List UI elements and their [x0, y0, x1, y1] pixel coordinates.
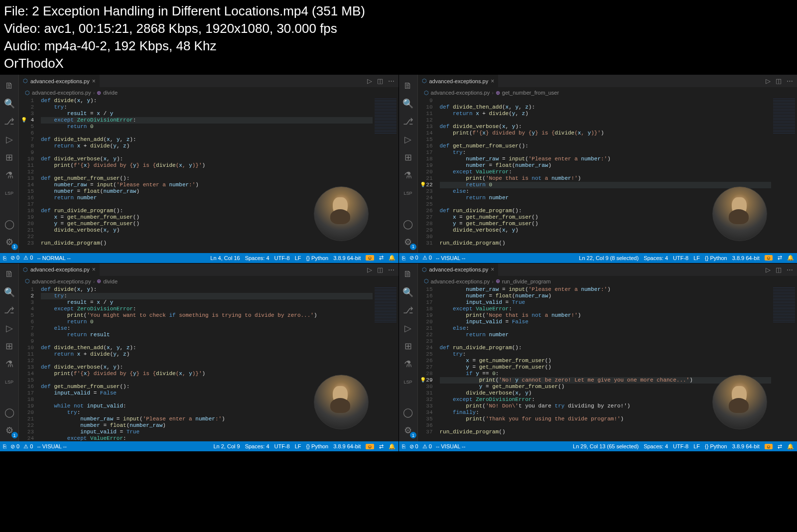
feedback-icon[interactable]: ⇄ [778, 443, 782, 450]
file-tab[interactable]: ⬡ advanced-exceptions.py × [418, 75, 499, 88]
warnings-count[interactable]: ⚠ 0 [23, 255, 33, 261]
cursor-position[interactable]: Ln 4, Col 16 [210, 255, 240, 261]
source-control-icon[interactable]: ⎇ [0, 113, 19, 131]
indentation[interactable]: Spaces: 4 [644, 255, 668, 261]
more-actions-icon[interactable]: ⋯ [388, 77, 395, 85]
python-version[interactable]: 3.8.9 64-bit [333, 443, 361, 449]
split-editor-icon[interactable]: ◫ [776, 77, 782, 85]
notification-bell-icon[interactable]: 🔔 [389, 255, 396, 261]
encoding[interactable]: UTF-8 [673, 443, 688, 449]
warnings-count[interactable]: ⚠ 0 [23, 443, 33, 450]
status-warning-icon[interactable]: ☺ [765, 255, 773, 261]
more-actions-icon[interactable]: ⋯ [388, 266, 395, 273]
lsp-icon[interactable]: LSP [0, 184, 19, 202]
status-warning-icon[interactable]: ☺ [765, 444, 773, 449]
source-control-icon[interactable]: ⎇ [399, 113, 418, 131]
cursor-position[interactable]: Ln 2, Col 9 [213, 443, 240, 449]
run-debug-icon[interactable]: ▷ [0, 131, 19, 148]
warnings-count[interactable]: ⚠ 0 [422, 443, 432, 450]
errors-count[interactable]: ⊘ 0 [409, 443, 418, 450]
run-file-icon[interactable]: ▷ [766, 77, 771, 85]
cursor-position[interactable]: Ln 22, Col 9 (8 selected) [579, 255, 639, 261]
eol[interactable]: LF [693, 255, 700, 261]
split-editor-icon[interactable]: ◫ [377, 266, 383, 273]
minimap[interactable] [771, 286, 797, 442]
source-control-icon[interactable]: ⎇ [0, 301, 19, 319]
python-version[interactable]: 3.8.9 64-bit [732, 255, 760, 261]
minimap[interactable] [373, 98, 398, 253]
python-version[interactable]: 3.8.9 64-bit [732, 443, 760, 449]
run-file-icon[interactable]: ▷ [766, 266, 771, 273]
settings-icon[interactable]: ⚙ [399, 233, 418, 251]
run-file-icon[interactable]: ▷ [367, 77, 372, 85]
extensions-icon[interactable]: ⊞ [0, 148, 19, 166]
settings-icon[interactable]: ⚙ [399, 421, 418, 439]
accounts-icon[interactable]: ◯ [0, 403, 19, 421]
encoding[interactable]: UTF-8 [274, 255, 290, 261]
errors-count[interactable]: ⊘ 0 [10, 443, 19, 450]
feedback-icon[interactable]: ⇄ [379, 255, 384, 261]
notification-bell-icon[interactable]: 🔔 [389, 443, 396, 450]
run-debug-icon[interactable]: ▷ [0, 319, 19, 337]
settings-icon[interactable]: ⚙ [0, 421, 19, 439]
language-mode[interactable]: {} Python [705, 255, 727, 261]
settings-icon[interactable]: ⚙ [0, 233, 19, 251]
run-debug-icon[interactable]: ▷ [399, 131, 418, 148]
indentation[interactable]: Spaces: 4 [245, 255, 269, 261]
feedback-icon[interactable]: ⇄ [379, 443, 384, 450]
errors-count[interactable]: ⊘ 0 [10, 255, 19, 261]
notification-bell-icon[interactable]: 🔔 [787, 255, 794, 261]
encoding[interactable]: UTF-8 [673, 255, 688, 261]
breadcrumb[interactable]: ⬡ advanced-exceptions.py › ⊕ divide [19, 276, 398, 286]
python-version[interactable]: 3.8.9 64-bit [333, 255, 361, 261]
file-tab[interactable]: ⬡ advanced-exceptions.py × [19, 264, 100, 276]
source-control-icon[interactable]: ⎇ [399, 301, 418, 319]
language-mode[interactable]: {} Python [705, 443, 727, 449]
status-warning-icon[interactable]: ☺ [366, 444, 374, 449]
lsp-icon[interactable]: LSP [399, 373, 418, 391]
run-debug-icon[interactable]: ▷ [399, 319, 418, 337]
more-actions-icon[interactable]: ⋯ [787, 266, 793, 273]
remote-icon[interactable]: ⎘ [3, 443, 6, 449]
eol[interactable]: LF [295, 255, 301, 261]
remote-icon[interactable]: ⎘ [402, 255, 405, 261]
indentation[interactable]: Spaces: 4 [245, 443, 269, 449]
search-icon[interactable]: 🔍 [0, 95, 19, 113]
close-tab-icon[interactable]: × [491, 266, 494, 273]
errors-count[interactable]: ⊘ 0 [409, 255, 418, 261]
cursor-position[interactable]: Ln 29, Col 13 (65 selected) [573, 443, 639, 449]
testing-icon[interactable]: ⚗ [0, 166, 19, 184]
file-tab[interactable]: ⬡ advanced-exceptions.py × [418, 264, 499, 276]
accounts-icon[interactable]: ◯ [399, 215, 418, 233]
explorer-icon[interactable]: 🗎 [399, 266, 418, 283]
language-mode[interactable]: {} Python [306, 255, 329, 261]
remote-icon[interactable]: ⎘ [402, 443, 405, 449]
indentation[interactable]: Spaces: 4 [644, 443, 668, 449]
lsp-icon[interactable]: LSP [399, 184, 418, 202]
close-tab-icon[interactable]: × [491, 78, 494, 85]
search-icon[interactable]: 🔍 [0, 283, 19, 301]
file-tab[interactable]: ⬡ advanced-exceptions.py × [19, 75, 100, 88]
more-actions-icon[interactable]: ⋯ [787, 77, 793, 85]
accounts-icon[interactable]: ◯ [399, 403, 418, 421]
language-mode[interactable]: {} Python [306, 443, 329, 449]
search-icon[interactable]: 🔍 [399, 283, 418, 301]
breadcrumb[interactable]: ⬡ advanced-exceptions.py › ⊕ run_divide_… [418, 276, 797, 286]
remote-icon[interactable]: ⎘ [3, 255, 6, 261]
warnings-count[interactable]: ⚠ 0 [422, 255, 432, 261]
testing-icon[interactable]: ⚗ [399, 166, 418, 184]
minimap[interactable] [771, 98, 797, 253]
split-editor-icon[interactable]: ◫ [776, 266, 782, 273]
notification-bell-icon[interactable]: 🔔 [787, 443, 794, 450]
lsp-icon[interactable]: LSP [0, 373, 19, 391]
explorer-icon[interactable]: 🗎 [0, 266, 19, 283]
extensions-icon[interactable]: ⊞ [399, 148, 418, 166]
minimap[interactable] [373, 286, 398, 442]
extensions-icon[interactable]: ⊞ [0, 337, 19, 355]
split-editor-icon[interactable]: ◫ [377, 77, 383, 85]
accounts-icon[interactable]: ◯ [0, 215, 19, 233]
explorer-icon[interactable]: 🗎 [399, 77, 418, 95]
close-tab-icon[interactable]: × [92, 266, 96, 273]
breadcrumb[interactable]: ⬡ advanced-exceptions.py › ⊕ divide [19, 88, 398, 98]
close-tab-icon[interactable]: × [92, 78, 96, 85]
